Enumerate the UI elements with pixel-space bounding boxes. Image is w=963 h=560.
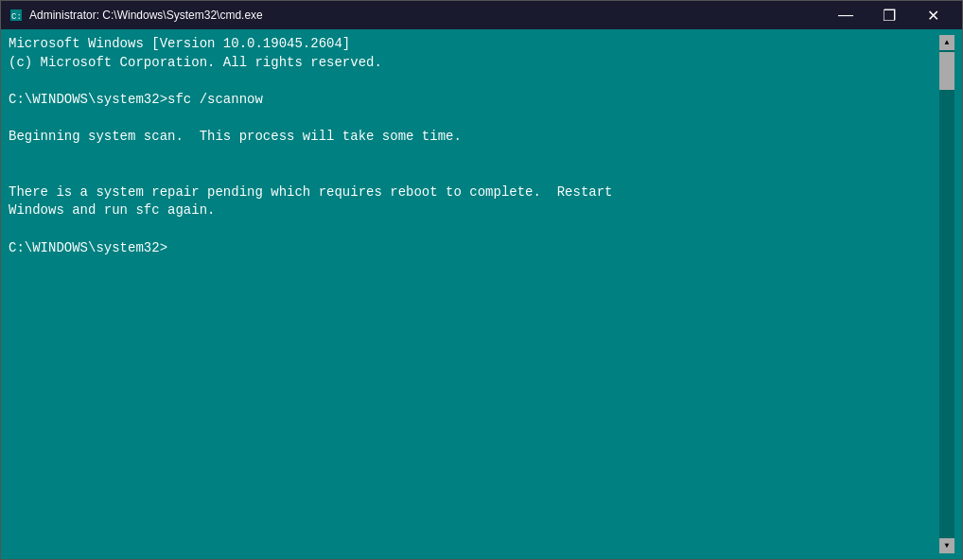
cmd-window: C: Administrator: C:\Windows\System32\cm… [0,0,963,560]
console-line: C:\WINDOWS\system32>sfc /scannow [9,91,939,110]
console-area[interactable]: Microsoft Windows [Version 10.0.19045.26… [1,29,962,559]
minimize-button[interactable]: — [824,1,867,29]
console-line [9,72,939,91]
scrollbar-track[interactable] [939,50,954,538]
scroll-up-button[interactable]: ▲ [939,35,954,50]
console-line: There is a system repair pending which r… [9,184,939,202]
console-line: Microsoft Windows [Version 10.0.19045.26… [9,35,939,54]
scroll-down-button[interactable]: ▼ [939,538,954,553]
title-bar: C: Administrator: C:\Windows\System32\cm… [1,1,962,29]
console-content: Microsoft Windows [Version 10.0.19045.26… [9,35,939,553]
close-button[interactable]: ✕ [911,1,954,29]
console-line [9,220,939,239]
scrollbar[interactable]: ▲ ▼ [939,35,954,553]
console-line [9,147,939,166]
console-line [9,109,939,128]
console-line [9,165,939,184]
window-title: Administrator: C:\Windows\System32\cmd.e… [29,9,263,22]
title-bar-left: C: Administrator: C:\Windows\System32\cm… [9,8,263,23]
console-line: (c) Microsoft Corporation. All rights re… [9,54,939,73]
scrollbar-thumb[interactable] [939,52,954,90]
title-bar-controls: — ❐ ✕ [824,1,954,29]
cmd-icon: C: [9,8,24,23]
maximize-button[interactable]: ❐ [867,1,911,29]
svg-text:C:: C: [11,12,22,22]
console-line: Beginning system scan. This process will… [9,128,939,147]
console-line: C:\WINDOWS\system32> [9,239,939,258]
console-line: Windows and run sfc again. [9,201,939,220]
